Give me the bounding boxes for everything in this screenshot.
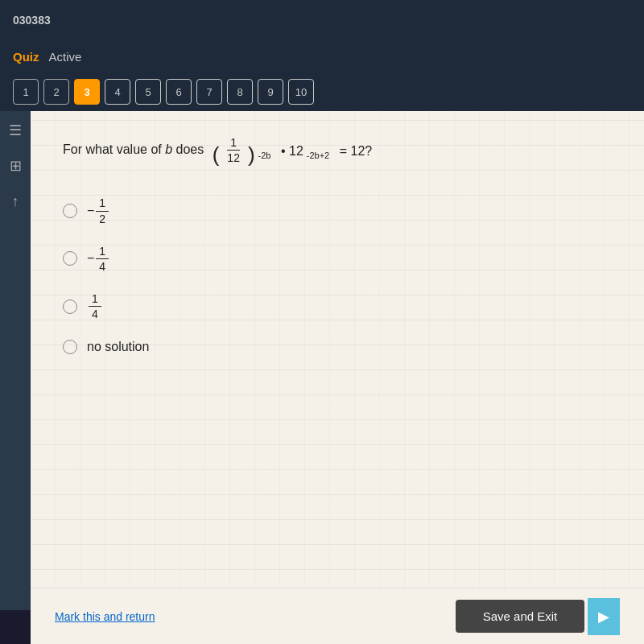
arrow-icon[interactable]: ↑ xyxy=(4,190,27,213)
question-text-prefix: For what value of b does xyxy=(63,135,208,163)
answer-text-b: − 1 4 xyxy=(87,244,110,274)
answer-option-c[interactable]: 1 4 xyxy=(63,291,612,321)
calculator-icon[interactable]: ⊞ xyxy=(4,155,27,177)
base-fraction: 1 12 xyxy=(224,135,243,165)
question-nav-btn-5[interactable]: 5 xyxy=(135,79,161,105)
main-exponent: -2b xyxy=(258,146,271,165)
left-paren: ( xyxy=(213,144,220,165)
radio-c[interactable] xyxy=(63,299,77,314)
question-nav-btn-9[interactable]: 9 xyxy=(258,79,283,105)
save-exit-button[interactable]: Save and Exit xyxy=(456,600,584,633)
menu-icon[interactable]: ☰ xyxy=(4,119,27,142)
fraction-denominator: 12 xyxy=(224,151,243,165)
frac-a-num: 1 xyxy=(96,196,109,211)
question-nav-btn-3[interactable]: 3 xyxy=(74,79,100,105)
main-content: For what value of b does ( 1 12 ) -2b • … xyxy=(31,111,644,644)
fraction-numerator: 1 xyxy=(227,135,240,151)
answer-option-b[interactable]: − 1 4 xyxy=(63,244,612,274)
answer-choices: − 1 2 − 1 4 1 xyxy=(63,196,612,353)
question-nav-btn-1[interactable]: 1 xyxy=(13,79,39,105)
question-nav-btn-8[interactable]: 8 xyxy=(227,79,253,105)
question-nav-btn-2[interactable]: 2 xyxy=(43,79,69,105)
minus-sign-b: − xyxy=(87,251,94,266)
bullet-operator: • 12 xyxy=(281,137,303,165)
frac-c-num: 1 xyxy=(89,291,101,307)
math-expression: ( 1 12 ) -2b • 12 -2b+2 = 12? xyxy=(213,135,373,165)
question-nav-btn-7[interactable]: 7 xyxy=(196,79,222,105)
radio-b[interactable] xyxy=(63,251,77,266)
answer-option-d[interactable]: no solution xyxy=(63,340,612,354)
quiz-status: Active xyxy=(49,50,82,64)
second-exponent: -2b+2 xyxy=(307,146,329,165)
equals-sign: = 12? xyxy=(340,137,372,165)
question-area: For what value of b does ( 1 12 ) -2b • … xyxy=(63,135,612,165)
answer-option-a[interactable]: − 1 2 xyxy=(63,196,612,225)
frac-c-den: 4 xyxy=(89,307,101,321)
frac-b-num: 1 xyxy=(96,244,109,259)
mark-return-button[interactable]: Mark this and return xyxy=(55,610,155,623)
answer-text-c: 1 4 xyxy=(87,291,103,321)
radio-d[interactable] xyxy=(63,340,77,354)
question-nav: 1 2 3 4 5 6 7 8 9 10 xyxy=(0,72,644,111)
next-button[interactable]: ▶ xyxy=(588,598,620,635)
fraction-b: 1 4 xyxy=(96,244,109,274)
fraction-a: 1 2 xyxy=(96,196,109,225)
app-id: 030383 xyxy=(13,14,51,27)
top-bar: 030383 xyxy=(0,0,644,40)
left-sidebar: ☰ ⊞ ↑ xyxy=(0,111,31,610)
fraction-c: 1 4 xyxy=(89,291,101,321)
question-nav-btn-6[interactable]: 6 xyxy=(166,79,192,105)
quiz-label: Quiz xyxy=(13,50,39,64)
no-solution-label: no solution xyxy=(87,340,149,354)
frac-b-den: 4 xyxy=(96,259,109,274)
question-nav-btn-10[interactable]: 10 xyxy=(288,79,314,105)
answer-text-d: no solution xyxy=(87,340,149,354)
question-nav-btn-4[interactable]: 4 xyxy=(105,79,130,105)
bottom-right-actions: Save and Exit ▶ xyxy=(456,598,620,635)
next-arrow-icon: ▶ xyxy=(598,608,609,625)
radio-a[interactable] xyxy=(63,204,77,218)
quiz-bar: Quiz Active xyxy=(0,40,644,72)
answer-text-a: − 1 2 xyxy=(87,196,110,225)
bottom-bar: Mark this and return Save and Exit ▶ xyxy=(31,588,644,644)
frac-a-den: 2 xyxy=(96,212,109,226)
right-paren: ) xyxy=(248,144,255,165)
minus-sign-a: − xyxy=(87,204,94,218)
